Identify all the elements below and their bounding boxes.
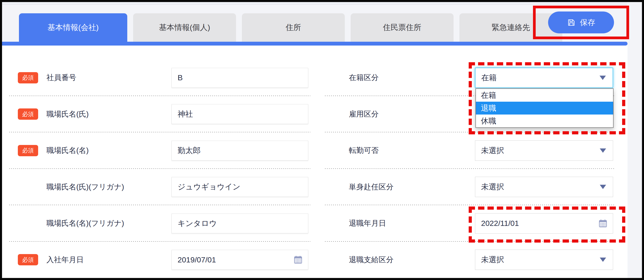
top-hairline [2,2,627,5]
employment-type-label: 雇用区分 [349,109,379,119]
tab-bar: 基本情報(会社) 基本情報(個人) 住所 住民票住所 緊急連絡先 [19,13,562,42]
workplace-last-name-kana-input[interactable] [178,183,302,191]
workplace-first-name-label: 職場氏名(名) [46,145,89,156]
tab-basic-company[interactable]: 基本情報(会社) [19,13,127,42]
retirement-payment-type-select[interactable]: 未選択 [475,250,613,270]
unaccompanied-assignment-select[interactable]: 未選択 [475,177,613,197]
required-badge: 必須 [18,145,38,156]
retirement-payment-type-value: 未選択 [481,255,504,265]
required-badge: 必須 [18,254,38,265]
workplace-last-name-label: 職場氏名(氏) [46,109,89,119]
workplace-first-name-field [172,141,308,161]
unaccompanied-assignment-value: 未選択 [481,182,504,192]
retirement-date-label: 退職年月日 [349,218,386,228]
dropdown-option-active[interactable]: 在籍 [476,89,613,102]
employee-number-label: 社員番号 [46,73,76,83]
calendar-icon[interactable] [598,219,608,228]
chevron-down-icon [600,75,606,80]
workplace-first-name-input[interactable] [178,146,302,155]
transfer-availability-value: 未選択 [481,145,504,156]
hire-date-label: 入社年月日 [46,255,84,265]
workplace-first-name-kana-field [172,214,308,233]
active-tab-underline [2,42,628,45]
employee-number-input[interactable] [178,73,302,82]
retirement-date-input[interactable] [481,219,607,228]
hire-date-field [172,250,308,270]
unaccompanied-assignment-label: 単身赴任区分 [349,182,394,192]
retirement-date-field [475,213,613,234]
calendar-icon[interactable] [293,255,303,265]
required-badge: 必須 [18,72,38,83]
tab-basic-personal[interactable]: 基本情報(個人) [133,13,236,42]
enrollment-status-dropdown-list: 在籍 退職 休職 [476,88,614,128]
dropdown-option-leave[interactable]: 休職 [476,115,613,127]
hire-date-input[interactable] [178,256,302,264]
enrollment-status-value: 在籍 [481,73,497,83]
chevron-down-icon [600,148,606,153]
workplace-first-name-kana-input[interactable] [178,219,302,228]
chevron-down-icon [600,258,606,262]
workplace-last-name-kana-label: 職場氏名(氏)(フリガナ) [46,182,124,192]
form-row: 職場氏名(氏)(フリガナ) 単身赴任区分 未選択 [2,169,628,205]
tab-resident-address[interactable]: 住民票住所 [351,13,454,42]
annotation-box-save: 保存 [533,6,629,39]
save-button[interactable]: 保存 [548,11,614,33]
transfer-availability-select[interactable]: 未選択 [475,140,613,161]
transfer-availability-label: 転勤可否 [349,145,379,156]
form-panel: 必須 社員番号 在籍区分 在籍 [2,45,628,278]
workplace-last-name-kana-field [172,177,308,197]
employee-edit-screen: 基本情報(会社) 基本情報(個人) 住所 住民票住所 緊急連絡先 保存 必須 [0,0,644,280]
workplace-first-name-kana-label: 職場氏名(名)(フリガナ) [46,218,124,228]
save-icon [567,18,576,27]
retirement-payment-type-label: 退職支給区分 [349,255,394,265]
workplace-last-name-field [172,104,308,124]
form-row: 必須 職場氏名(名) 転勤可否 未選択 [2,132,628,169]
employee-number-field [172,68,308,88]
enrollment-status-select[interactable]: 在籍 [475,68,613,88]
required-badge: 必須 [18,108,38,120]
dropdown-option-retired[interactable]: 退職 [476,102,613,115]
save-button-label: 保存 [580,17,595,28]
workplace-last-name-input[interactable] [178,110,302,119]
form-row: 職場氏名(名)(フリガナ) 退職年月日 [2,205,628,242]
tab-address[interactable]: 住所 [242,13,345,42]
form-row: 必須 入社年月日 [2,242,628,278]
chevron-down-icon [600,185,606,189]
enrollment-status-label: 在籍区分 [349,73,379,83]
